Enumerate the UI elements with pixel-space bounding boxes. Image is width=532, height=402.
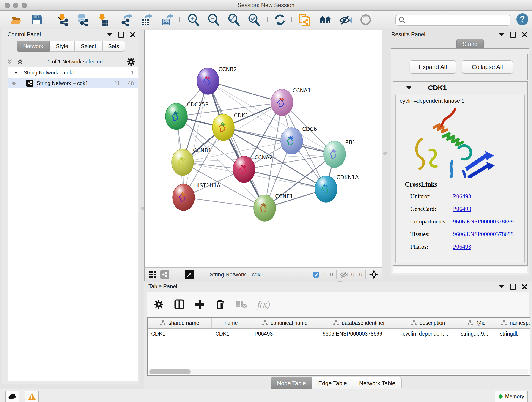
table-cell[interactable]: cyclin–dependent ... (399, 329, 457, 339)
network-node-CDC25B[interactable] (165, 103, 187, 130)
network-node-CCNB1[interactable] (172, 149, 194, 176)
import-network-database-icon[interactable] (76, 13, 89, 26)
table-cell[interactable]: 9606.ENSP00000378699 (319, 329, 399, 339)
control-panel-close-icon[interactable] (130, 32, 135, 37)
table-cell[interactable]: CDK1 (212, 329, 251, 339)
control-panel-float-icon[interactable] (118, 32, 124, 38)
table-cell[interactable]: stringdb:9... (457, 329, 496, 339)
results-panel-close-icon[interactable] (522, 32, 527, 37)
crosslink-link[interactable]: P06493 (453, 193, 471, 200)
expand-all-button[interactable]: Expand All (410, 60, 456, 74)
protein-expand-icon[interactable] (406, 86, 412, 89)
table-panel-float-icon[interactable] (510, 284, 516, 290)
preview-eye-icon[interactable] (359, 13, 372, 26)
import-network-file-icon[interactable] (56, 13, 69, 26)
edge-CCNB2-CCNA1[interactable] (208, 81, 282, 102)
network-collection-row[interactable]: String Network – cdk1 1 (8, 67, 138, 78)
network-node-CDC6[interactable] (281, 128, 303, 154)
save-session-icon[interactable] (30, 13, 43, 26)
birdseye-view-icon[interactable] (185, 270, 194, 279)
selected-checkbox-icon[interactable] (313, 271, 319, 278)
tab-sets[interactable]: Sets (102, 41, 125, 51)
crosslink-link[interactable]: 9606.ENSP00000378699 (453, 231, 514, 238)
network-node-CDK1[interactable] (212, 114, 234, 141)
crosslink-link[interactable]: P06493 (453, 206, 471, 212)
tab-network-table[interactable]: Network Table (353, 377, 402, 389)
zoom-in-icon[interactable] (187, 13, 200, 26)
memory-button[interactable]: Memory (495, 391, 528, 402)
help-icon[interactable]: ? (516, 13, 529, 26)
table-horizontal-scrollbar[interactable] (148, 369, 528, 375)
network-node-RB1[interactable] (323, 141, 346, 167)
crosslink-link[interactable]: 9606.ENSP00000378699 (453, 218, 514, 225)
network-node-HIST1H1A[interactable] (172, 184, 195, 211)
search-input[interactable] (406, 16, 508, 24)
network-node-CCNE1[interactable] (254, 195, 276, 221)
network-node-CCNA2[interactable] (233, 156, 255, 183)
table-panel-close-icon[interactable] (522, 284, 527, 289)
control-panel-collapse-icon[interactable] (107, 33, 112, 36)
select-columns-icon[interactable] (174, 299, 184, 310)
table-panel-collapse-icon[interactable] (499, 285, 504, 288)
tab-select[interactable]: Select (75, 41, 102, 51)
tab-node-table[interactable]: Node Table (271, 377, 312, 389)
crosslink-link[interactable]: P06493 (453, 243, 471, 250)
export-image-icon[interactable] (161, 13, 174, 26)
network-badge-icon[interactable] (160, 270, 169, 279)
collection-expand-icon[interactable] (14, 71, 18, 74)
column-header-description[interactable]: description (399, 318, 457, 328)
collapse-all-chevron-icon[interactable] (17, 58, 24, 65)
refresh-layout-icon[interactable] (273, 13, 286, 26)
tab-edge-table[interactable]: Edge Table (312, 377, 353, 389)
scrollbar-thumb[interactable] (149, 370, 191, 374)
delete-column-icon[interactable] (215, 299, 225, 310)
cloud-status-button[interactable] (5, 391, 19, 402)
network-options-gear-icon[interactable] (127, 57, 136, 66)
edge-CCNB2-HIST1H1A[interactable] (184, 81, 208, 197)
grid-view-icon[interactable] (148, 270, 157, 279)
edge-HIST1H1A-CCNE1[interactable] (184, 197, 265, 208)
houses-icon[interactable] (319, 13, 332, 26)
column-header-namespace[interactable]: namespace (496, 318, 530, 328)
tab-style[interactable]: Style (50, 41, 75, 51)
table-row[interactable]: CDK1CDK1P064939606.ENSP00000378699cyclin… (147, 329, 530, 339)
zoom-selected-icon[interactable] (247, 13, 260, 26)
network-node-CCNB2[interactable] (197, 68, 219, 95)
table-gear-icon[interactable] (154, 299, 164, 309)
open-session-icon[interactable] (10, 13, 23, 26)
edge-CCNB2-CCNE1[interactable] (208, 81, 265, 208)
table-cell[interactable]: CDK1 (147, 329, 212, 339)
column-header-databaseidentifier[interactable]: database identifier (319, 318, 399, 328)
table-cell[interactable]: P06493 (251, 329, 319, 339)
tab-string[interactable]: String (456, 39, 484, 49)
results-panel-float-icon[interactable] (510, 32, 516, 38)
network-row[interactable]: String Network – cdk1 11 48 (8, 78, 138, 89)
tab-network[interactable]: Network (17, 41, 50, 51)
column-header-id[interactable]: @id (457, 318, 496, 328)
network-node-CCNA1[interactable] (271, 89, 293, 116)
clone-network-icon[interactable] (298, 13, 311, 26)
fit-selected-crosshair-icon[interactable] (369, 269, 379, 280)
hide-eye-icon[interactable] (339, 13, 352, 26)
network-canvas[interactable]: CCNB2CCNA1CDC25BCDK1CDC6RB1CCNB1CCNA2CDK… (144, 30, 382, 268)
table-cell[interactable]: stringdb (496, 329, 530, 339)
edge-CDK1-RB1[interactable] (223, 128, 335, 154)
network-node-CDKN1A[interactable] (315, 176, 337, 202)
protein-section-header[interactable]: CDK1 (393, 82, 527, 94)
add-column-icon[interactable] (195, 299, 205, 310)
hidden-eye-icon[interactable] (340, 271, 349, 278)
results-panel-collapse-icon[interactable] (499, 33, 504, 36)
column-header-canonicalname[interactable]: canonical name (251, 318, 319, 328)
warnings-button[interactable] (25, 391, 39, 402)
zoom-fit-icon[interactable] (227, 13, 240, 26)
zoom-out-icon[interactable] (207, 13, 220, 26)
expand-all-chevron-icon[interactable] (6, 58, 13, 65)
collapse-all-button[interactable]: Collapse All (462, 60, 513, 74)
column-header-name[interactable]: name (212, 318, 251, 328)
splitter-handle-right[interactable] (383, 152, 387, 155)
import-table-file-icon[interactable] (96, 13, 109, 26)
export-table-icon[interactable] (141, 13, 153, 26)
export-network-icon[interactable] (120, 13, 133, 26)
splitter-handle-left[interactable] (141, 206, 144, 210)
column-header-sharedname[interactable]: shared name (147, 318, 212, 328)
